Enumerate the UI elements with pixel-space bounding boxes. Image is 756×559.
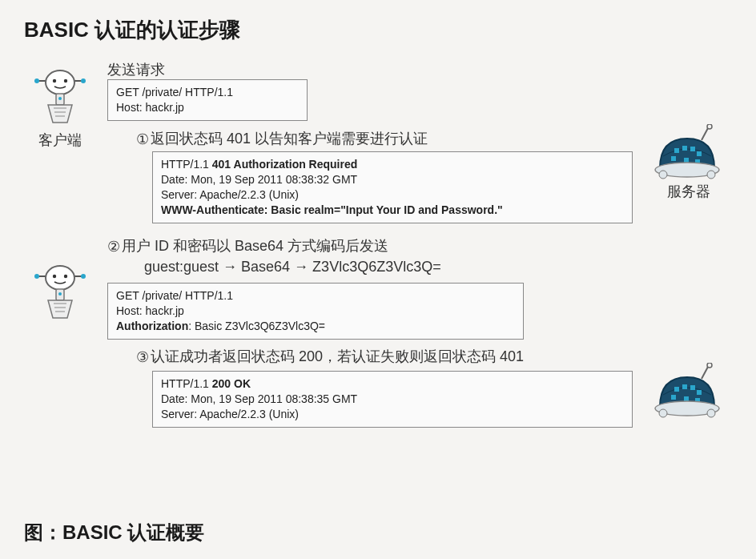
client-robot-icon-2 xyxy=(32,262,88,334)
r1-l4: WWW-Authenticate: Basic realm="Input You… xyxy=(161,203,503,216)
svg-point-22 xyxy=(707,171,715,179)
step3-number: ③ xyxy=(136,348,149,366)
figure-caption: 图：BASIC 认证概要 xyxy=(24,520,732,545)
svg-point-1 xyxy=(34,78,39,83)
svg-point-7 xyxy=(58,97,62,100)
request2-box: GET /private/ HTTP/1.1 Host: hackr.jp Au… xyxy=(107,283,524,340)
step1-text: 返回状态码 401 以告知客户端需要进行认证 xyxy=(151,131,428,147)
svg-point-25 xyxy=(81,274,86,279)
server-dome-icon-2 xyxy=(652,363,724,435)
req1-line2: Host: hackr.jp xyxy=(116,101,184,114)
svg-point-4 xyxy=(53,79,56,82)
svg-point-28 xyxy=(64,275,67,278)
r3-l3: Server: Apache/2.2.3 (Unix) xyxy=(161,408,299,420)
basic-auth-diagram: 客户端 发送请求 GET /private/ HTTP/1.1 Host: ha… xyxy=(24,60,732,509)
svg-rect-39 xyxy=(697,390,702,395)
step3-text: 认证成功者返回状态码 200，若认证失败则返回状态码 401 xyxy=(151,348,524,364)
step1-number: ① xyxy=(136,131,149,148)
svg-point-44 xyxy=(659,409,667,417)
svg-rect-14 xyxy=(682,146,687,151)
svg-line-34 xyxy=(702,367,708,379)
svg-rect-13 xyxy=(674,148,679,153)
r3-l2: Date: Mon, 19 Sep 2011 08:38:35 GMT xyxy=(161,392,357,405)
svg-point-3 xyxy=(46,70,74,95)
svg-rect-36 xyxy=(674,387,679,392)
svg-point-24 xyxy=(34,274,39,279)
step2-label: ②用户 ID 和密码以 Base64 方式编码后发送 xyxy=(107,236,388,255)
svg-point-26 xyxy=(46,266,74,290)
step2-text: 用户 ID 和密码以 Base64 方式编码后发送 xyxy=(122,238,388,254)
svg-point-27 xyxy=(53,275,56,278)
q2-l3b: : Basic Z3Vlc3Q6Z3Vlc3Q= xyxy=(188,320,325,332)
svg-point-2 xyxy=(81,78,86,83)
req1-line1: GET /private/ HTTP/1.1 xyxy=(116,86,233,99)
q2-l1: GET /private/ HTTP/1.1 xyxy=(116,289,233,302)
svg-rect-41 xyxy=(684,396,689,401)
request1-label: 发送请求 xyxy=(107,60,165,79)
r3-l1b: 200 OK xyxy=(212,377,251,390)
request1-box: GET /private/ HTTP/1.1 Host: hackr.jp xyxy=(107,79,308,121)
step3-label: ③认证成功者返回状态码 200，若认证失败则返回状态码 401 xyxy=(136,347,524,366)
svg-rect-16 xyxy=(697,151,702,156)
r1-l1b: 401 Authorization Required xyxy=(212,158,358,171)
svg-rect-15 xyxy=(690,147,695,151)
svg-rect-18 xyxy=(684,158,689,163)
r1-l3: Server: Apache/2.2.3 (Unix) xyxy=(161,188,299,201)
svg-point-35 xyxy=(707,363,712,368)
r1-l1a: HTTP/1.1 xyxy=(161,158,212,171)
response3-box: HTTP/1.1 200 OK Date: Mon, 19 Sep 2011 0… xyxy=(152,371,633,428)
svg-rect-37 xyxy=(682,384,687,389)
svg-line-11 xyxy=(702,128,708,140)
svg-rect-17 xyxy=(671,156,676,161)
svg-rect-38 xyxy=(690,385,695,390)
r1-l2: Date: Mon, 19 Sep 2011 08:38:32 GMT xyxy=(161,173,357,186)
server-label: 服务器 xyxy=(653,182,724,201)
svg-rect-40 xyxy=(671,395,676,400)
q2-l2: Host: hackr.jp xyxy=(116,304,184,317)
svg-point-45 xyxy=(707,409,715,417)
svg-point-30 xyxy=(58,292,62,296)
response1-box: HTTP/1.1 401 Authorization Required Date… xyxy=(152,151,633,223)
q2-l3a: Authorization xyxy=(116,320,188,332)
client-robot-icon xyxy=(32,66,88,139)
step2-number: ② xyxy=(107,238,120,255)
r3-l1a: HTTP/1.1 xyxy=(161,377,212,390)
step2-sub: guest:guest → Base64 → Z3Vlc3Q6Z3Vlc3Q= xyxy=(144,259,441,275)
step1-label: ①返回状态码 401 以告知客户端需要进行认证 xyxy=(136,129,428,148)
client-label: 客户端 xyxy=(32,131,88,150)
svg-point-21 xyxy=(659,171,667,179)
svg-point-12 xyxy=(707,124,712,129)
svg-point-5 xyxy=(64,79,67,82)
page-title: BASIC 认证的认证步骤 xyxy=(24,16,732,44)
